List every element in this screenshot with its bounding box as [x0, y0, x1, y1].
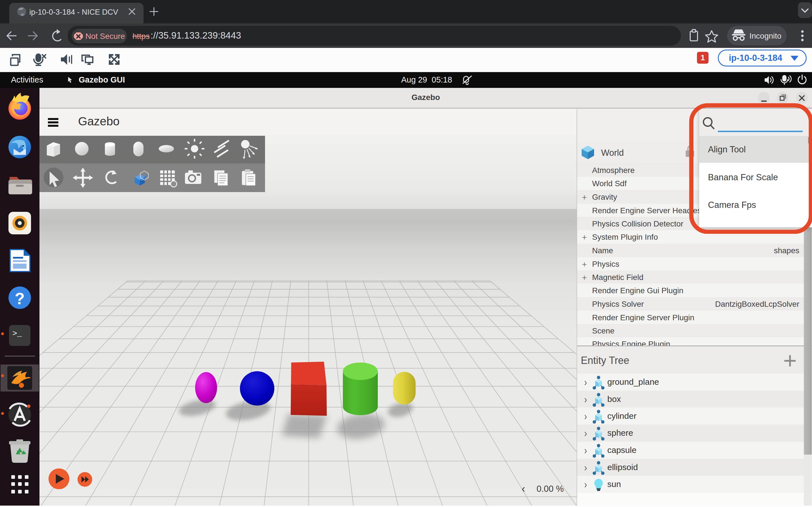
svg-text:‹: ‹ — [522, 483, 525, 495]
svg-text:0.00 %: 0.00 % — [537, 484, 564, 494]
svg-text:>_: >_ — [12, 329, 22, 338]
svg-text:Incognito: Incognito — [749, 32, 781, 40]
svg-text:?: ? — [15, 289, 24, 307]
